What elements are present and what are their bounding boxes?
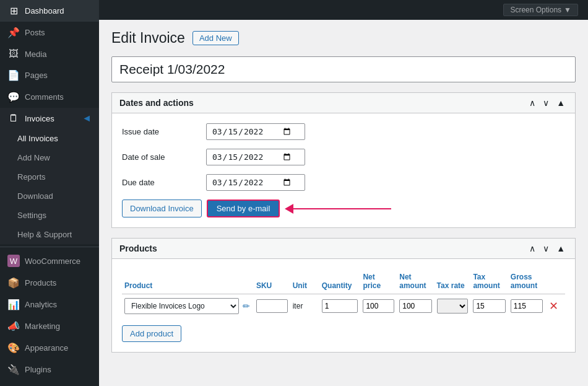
marketing-icon: 📣 <box>7 320 20 332</box>
sidebar-item-comments[interactable]: 💬 Comments <box>0 86 99 108</box>
due-date-row: Due date <box>122 174 565 191</box>
send-email-container: Send by e-mail <box>207 200 280 217</box>
issue-date-row: Issue date <box>122 123 565 140</box>
sku-input[interactable] <box>256 299 288 313</box>
products-panel-minimize-button[interactable]: ▲ <box>554 243 568 253</box>
issue-date-input[interactable] <box>212 126 292 137</box>
cell-unit: iter <box>290 294 319 318</box>
sidebar-subitem-add-new[interactable]: Add New <box>0 148 99 167</box>
delete-row-button[interactable]: ✕ <box>548 298 560 314</box>
issue-date-input-wrapper <box>206 123 305 140</box>
products-table-header-row: Product SKU Unit Quantity Net price Net … <box>122 269 565 294</box>
sidebar: ⊞ Dashboard 📌 Posts 🖼 Media 📄 Pages 💬 Co… <box>0 0 99 386</box>
gross-amount-input[interactable] <box>511 299 543 313</box>
download-invoice-button[interactable]: Download Invoice <box>122 200 202 217</box>
issue-date-label: Issue date <box>122 127 196 136</box>
products-table: Product SKU Unit Quantity Net price Net … <box>122 269 565 318</box>
send-email-button[interactable]: Send by e-mail <box>207 200 280 217</box>
products-table-body: Flexible Invoices Logo ✏ iter <box>122 294 565 318</box>
net-amount-input[interactable] <box>399 299 431 313</box>
date-of-sale-input[interactable] <box>212 152 292 162</box>
sidebar-item-label: Products <box>25 278 56 287</box>
invoice-title-input[interactable] <box>111 56 576 82</box>
products-panel-body: Product SKU Unit Quantity Net price Net … <box>112 259 575 352</box>
dates-panel-header: Dates and actions ∧ ∨ ▲ <box>112 93 575 113</box>
unit-value: iter <box>293 302 303 310</box>
comments-icon: 💬 <box>7 91 20 103</box>
main-content: Screen Options ▼ Edit Invoice Add New Da… <box>99 0 588 386</box>
page-title: Edit Invoice <box>111 30 185 46</box>
col-quantity: Quantity <box>319 269 361 294</box>
sidebar-item-label: Comments <box>25 92 64 102</box>
submenu-label: Add New <box>17 153 50 162</box>
invoices-icon: 🗒 <box>7 113 20 124</box>
products-panel: Products ∧ ∨ ▲ Product SKU Unit Quantity <box>111 238 576 353</box>
cell-gross-amount <box>508 294 545 318</box>
date-of-sale-label: Date of sale <box>122 152 196 162</box>
sidebar-item-analytics[interactable]: 📊 Analytics <box>0 294 99 315</box>
tax-amount-input[interactable] <box>473 299 505 313</box>
sidebar-item-media[interactable]: 🖼 Media <box>0 43 99 64</box>
sidebar-item-pages[interactable]: 📄 Pages <box>0 64 99 86</box>
net-price-input[interactable] <box>363 299 394 313</box>
screen-options-arrow: ▼ <box>564 6 571 14</box>
screen-options-label: Screen Options <box>510 6 561 14</box>
products-panel-header: Products ∧ ∨ ▲ <box>112 239 575 259</box>
date-of-sale-row: Date of sale <box>122 149 565 165</box>
content-area: Edit Invoice Add New Dates and actions ∧… <box>99 20 588 372</box>
sidebar-item-products[interactable]: 📦 Products <box>0 272 99 294</box>
dates-panel: Dates and actions ∧ ∨ ▲ Issue date Dat <box>111 92 576 228</box>
add-product-button[interactable]: Add product <box>122 325 181 342</box>
due-date-input[interactable] <box>212 177 292 188</box>
add-new-button[interactable]: Add New <box>192 31 239 45</box>
sidebar-item-dashboard[interactable]: ⊞ Dashboard <box>0 0 99 22</box>
sidebar-item-label: Analytics <box>25 300 57 309</box>
action-row: Download Invoice Send by e-mail <box>122 200 565 217</box>
cell-net-amount <box>397 294 434 318</box>
products-panel-collapse-down-button[interactable]: ∨ <box>540 243 551 253</box>
col-actions <box>545 269 565 294</box>
sidebar-item-label: WooCommerce <box>25 257 80 266</box>
sidebar-item-label: Posts <box>25 28 45 37</box>
panel-minimize-button[interactable]: ▲ <box>554 98 568 108</box>
dates-panel-body: Issue date Date of sale Due date <box>112 113 575 227</box>
product-edit-button[interactable]: ✏ <box>241 300 251 312</box>
sidebar-item-posts[interactable]: 📌 Posts <box>0 22 99 43</box>
screen-options-button[interactable]: Screen Options ▼ <box>503 4 578 16</box>
cell-tax-rate: 5% 15% 23% <box>435 294 471 318</box>
top-bar: Screen Options ▼ <box>99 0 588 20</box>
products-icon: 📦 <box>7 277 20 289</box>
cell-delete: ✕ <box>545 294 565 318</box>
arrow-line <box>292 208 391 209</box>
col-tax-amount: Tax amount <box>470 269 508 294</box>
sidebar-item-invoices[interactable]: 🗒 Invoices ◄ <box>0 108 99 129</box>
products-panel-controls: ∧ ∨ ▲ <box>527 243 568 253</box>
products-panel-collapse-up-button[interactable]: ∧ <box>527 243 538 253</box>
panel-collapse-down-button[interactable]: ∨ <box>540 98 551 108</box>
dashboard-icon: ⊞ <box>7 5 20 17</box>
sidebar-item-woocommerce[interactable]: W WooCommerce <box>0 250 99 272</box>
woocommerce-icon: W <box>7 255 20 267</box>
col-sku: SKU <box>254 269 290 294</box>
sidebar-subitem-settings[interactable]: Settings <box>0 206 99 225</box>
sidebar-subitem-help-support[interactable]: Help & Support <box>0 225 99 244</box>
product-select[interactable]: Flexible Invoices Logo <box>124 298 239 314</box>
quantity-input[interactable] <box>322 299 358 313</box>
dates-panel-title: Dates and actions <box>119 98 194 108</box>
col-tax-rate: Tax rate <box>435 269 471 294</box>
appearance-icon: 🎨 <box>7 342 20 354</box>
panel-collapse-up-button[interactable]: ∧ <box>527 98 538 108</box>
products-panel-title: Products <box>119 243 157 253</box>
sidebar-item-appearance[interactable]: 🎨 Appearance <box>0 337 99 359</box>
plugins-icon: 🔌 <box>7 364 20 375</box>
tax-rate-select[interactable]: 5% 15% 23% <box>437 299 469 314</box>
cell-net-price <box>360 294 397 318</box>
divider-1 <box>0 247 99 247</box>
sidebar-subitem-reports[interactable]: Reports <box>0 167 99 186</box>
table-row: Flexible Invoices Logo ✏ iter <box>122 294 565 318</box>
sidebar-subitem-download[interactable]: Download <box>0 186 99 206</box>
sidebar-subitem-all-invoices[interactable]: All Invoices <box>0 129 99 148</box>
sidebar-item-plugins[interactable]: 🔌 Plugins <box>0 359 99 380</box>
submenu-label: Download <box>17 191 53 201</box>
sidebar-item-marketing[interactable]: 📣 Marketing <box>0 315 99 337</box>
